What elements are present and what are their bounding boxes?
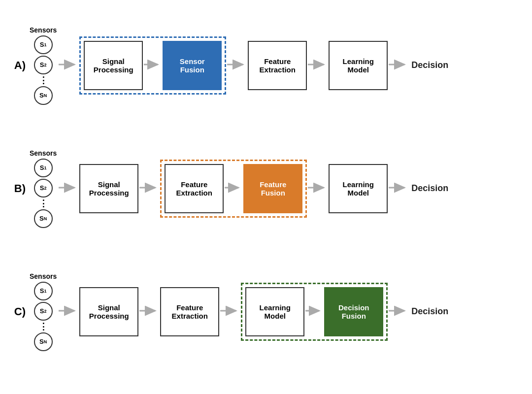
arrow-a-0 <box>59 58 78 73</box>
signal-processing-a: SignalProcessing <box>84 41 143 90</box>
arrow-c-1 <box>139 304 159 320</box>
arrow-c-0 <box>59 304 78 320</box>
sensors-label-c: Sensors <box>30 272 57 280</box>
diagram-container: A) Sensors S1 S2 ⋮ SN SignalProcessing <box>0 0 532 394</box>
sensor-s2-b: S2 <box>34 179 53 197</box>
sensor-s1-a: S1 <box>34 35 53 54</box>
arrow-b-0 <box>59 181 78 197</box>
feature-extraction-b: FeatureExtraction <box>165 164 224 213</box>
arrow-a-1 <box>144 58 162 73</box>
sensors-label-b: Sensors <box>30 149 57 157</box>
dashed-group-a: SignalProcessing SensorFusion <box>79 36 226 95</box>
decision-c: Decision <box>411 306 448 317</box>
arrow-a-2 <box>227 58 247 73</box>
decision-b: Decision <box>411 183 448 194</box>
decision-a: Decision <box>411 60 448 70</box>
sensors-label-a: Sensors <box>30 26 57 34</box>
sensor-fusion-a: SensorFusion <box>163 41 222 90</box>
sensor-sn-c: SN <box>34 332 53 351</box>
learning-model-c: LearningModel <box>245 287 304 336</box>
sensor-dots-c: ⋮ <box>39 322 48 331</box>
decision-fusion-c: DecisionFusion <box>324 287 383 336</box>
sensor-sn-a: SN <box>34 86 53 105</box>
arrow-b-2 <box>225 181 242 197</box>
signal-processing-c: SignalProcessing <box>79 287 138 336</box>
dashed-group-b: FeatureExtraction FeatureFusion <box>160 160 307 218</box>
sensor-s2-c: S2 <box>34 302 53 321</box>
arrow-c-2 <box>220 304 240 320</box>
sensor-sn-b: SN <box>34 209 53 228</box>
row-a-label: A) <box>10 59 30 72</box>
arrow-c-4 <box>389 304 408 320</box>
sensors-b: Sensors S1 S2 ⋮ SN <box>30 149 57 228</box>
feature-fusion-b: FeatureFusion <box>243 164 302 213</box>
arrow-b-3 <box>308 181 328 197</box>
sensor-s2-a: S2 <box>34 56 53 74</box>
arrow-a-4 <box>389 58 408 73</box>
arrow-b-4 <box>389 181 408 197</box>
row-b-label: B) <box>10 182 30 195</box>
arrow-c-3 <box>305 304 323 320</box>
arrow-b-1 <box>139 181 159 197</box>
sensor-s1-c: S1 <box>34 282 53 300</box>
sensor-dots-b: ⋮ <box>39 199 48 208</box>
learning-model-a: LearningModel <box>329 41 388 90</box>
feature-extraction-a: FeatureExtraction <box>248 41 307 90</box>
sensor-s1-b: S1 <box>34 159 53 177</box>
learning-model-b: LearningModel <box>329 164 388 213</box>
sensors-c: Sensors S1 S2 ⋮ SN <box>30 272 57 351</box>
dashed-group-c: LearningModel DecisionFusion <box>241 283 388 341</box>
arrow-a-3 <box>308 58 328 73</box>
sensors-a: Sensors S1 S2 ⋮ SN <box>30 26 57 105</box>
feature-extraction-c: FeatureExtraction <box>160 287 219 336</box>
signal-processing-b: SignalProcessing <box>79 164 138 213</box>
row-c-label: C) <box>10 305 30 318</box>
sensor-dots-a: ⋮ <box>39 76 48 85</box>
